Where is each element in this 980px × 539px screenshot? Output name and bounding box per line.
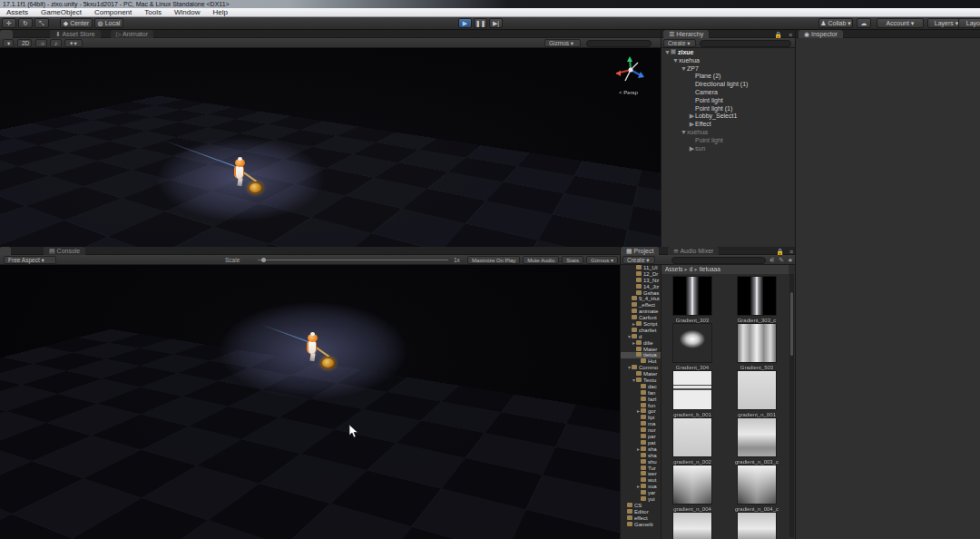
scale-slider-knob[interactable]	[261, 258, 266, 262]
hierarchy-item[interactable]: Point light	[662, 137, 795, 145]
project-folder-item[interactable]: 12_Dr	[621, 271, 661, 278]
project-folder-item[interactable]: Editor	[621, 509, 661, 515]
filter-type-icon[interactable]: ⚟	[769, 256, 775, 264]
project-folder-item[interactable]: Tur	[621, 466, 661, 472]
project-scrollbar-handle[interactable]	[790, 292, 793, 356]
hierarchy-item[interactable]: ▶Lobby_Select1	[662, 113, 795, 121]
project-folder-item[interactable]: ma	[621, 421, 661, 427]
hierarchy-item[interactable]: Plane (2)	[662, 73, 795, 81]
project-create-button[interactable]: Create ▾	[622, 256, 655, 264]
layout-dropdown[interactable]: Layout ▾	[958, 18, 980, 28]
scene-orientation-gizmo[interactable]	[610, 54, 652, 90]
asset-item[interactable]: gradient_n_002	[664, 417, 720, 465]
breadcrumb-assets[interactable]: Assets	[665, 266, 683, 272]
asset-thumbnail[interactable]	[737, 512, 777, 539]
asset-item[interactable]: Gradient_503	[729, 323, 785, 370]
scene-effects-dropdown[interactable]: ✦▾	[64, 39, 83, 47]
project-folder-item[interactable]: ▸sha	[621, 446, 661, 453]
project-folder-item[interactable]: ▸gor	[621, 408, 661, 415]
project-folder-item[interactable]: Hut	[621, 358, 661, 365]
move-tool-button[interactable]: ✛	[2, 18, 16, 28]
pause-button[interactable]: ❚❚	[474, 18, 487, 28]
project-folder-item[interactable]: ▾d	[621, 334, 661, 340]
project-scrollbar[interactable]	[789, 274, 794, 537]
project-folder-item[interactable]: Mater	[621, 347, 661, 353]
scene-audio-toggle[interactable]: ♪	[50, 39, 62, 47]
render-mode-dropdown[interactable]: ▾	[3, 39, 14, 47]
project-folder-item[interactable]: 9_4_Hut	[621, 296, 661, 302]
project-folder-item[interactable]: fun	[621, 403, 661, 409]
project-folder-item[interactable]: ▾Textu	[621, 377, 661, 384]
asset-item[interactable]: Gradient_304	[664, 323, 720, 370]
asset-thumbnail[interactable]	[672, 417, 712, 457]
game-toolbar-maximize-on-play[interactable]: Maximize On Play	[467, 256, 520, 264]
scene-gizmos-dropdown[interactable]: Gizmos ▾	[544, 39, 581, 47]
project-folder-item[interactable]: Mater	[621, 371, 661, 377]
project-folder-item[interactable]: ▸Script	[621, 321, 661, 328]
expand-arrow-icon[interactable]: ▶	[689, 121, 695, 129]
menu-window[interactable]: Window	[168, 8, 206, 16]
project-folder-item[interactable]: 13_Nz	[621, 278, 661, 284]
asset-item[interactable]: gradient_b_001	[664, 370, 720, 417]
tab-audio-mixer[interactable]: ≋ Audio Mixer	[668, 247, 719, 255]
step-button[interactable]: ▶|	[489, 18, 503, 28]
project-folder-item[interactable]: lipi	[621, 415, 661, 421]
tab-asset-store[interactable]: ⬇ Asset Store	[50, 30, 101, 38]
pivot-local-button[interactable]: ◍ Local	[94, 18, 123, 28]
menu-tools[interactable]: Tools	[138, 8, 168, 16]
asset-item[interactable]: gradient_n_001	[729, 370, 785, 417]
project-folder-item[interactable]: ▸dilie	[621, 340, 661, 347]
project-folder-item[interactable]: ▾Commo	[621, 365, 661, 371]
window-titlebar[interactable]: 17.1.1f1 (64bit) - zixo.unity - 5kxu1d20…	[0, 0, 980, 8]
collab-dropdown[interactable]: ♟ Collab ▾	[818, 18, 853, 28]
expand-arrow-icon[interactable]: ▼	[672, 57, 679, 65]
scale-slider[interactable]	[258, 260, 448, 260]
scene-2d-toggle[interactable]: 2D	[17, 39, 32, 47]
hierarchy-item[interactable]: ▶Effect	[662, 121, 795, 129]
asset-item[interactable]: gradient_n_004_c	[729, 465, 785, 512]
scene-search-input[interactable]	[586, 40, 652, 47]
project-folder-item[interactable]: wer	[621, 471, 661, 477]
project-folder-item[interactable]: fazl	[621, 397, 661, 403]
account-dropdown[interactable]: Account ▾	[877, 18, 924, 28]
pivot-center-button[interactable]: ◆ Center	[60, 18, 93, 28]
tab-inspector[interactable]: ◉ Inspector	[799, 30, 843, 38]
expand-arrow-icon[interactable]: ▼	[681, 65, 687, 74]
project-folder-item[interactable]: shu	[621, 459, 661, 466]
project-folder-item[interactable]: Gshas	[621, 290, 661, 297]
menu-help[interactable]: Help	[206, 8, 233, 16]
asset-thumbnail[interactable]	[737, 465, 777, 505]
asset-item[interactable]: gradient_n_003_c	[729, 417, 785, 465]
game-toolbar-gizmos[interactable]: Gizmos ▾	[586, 256, 618, 264]
scale-tool-button[interactable]: ⤡	[34, 18, 49, 28]
menu-gameobject[interactable]: GameObject	[34, 8, 88, 16]
asset-item[interactable]	[664, 512, 720, 539]
asset-thumbnail[interactable]	[672, 370, 712, 410]
project-folder-item[interactable]: fan	[621, 390, 661, 397]
asset-thumbnail[interactable]	[672, 465, 712, 505]
asset-thumbnail[interactable]	[737, 417, 777, 457]
asset-thumbnail[interactable]	[672, 276, 712, 316]
expand-arrow-icon[interactable]: ▼	[681, 129, 687, 137]
tab-scene-stub[interactable]	[0, 30, 13, 38]
rotate-tool-button[interactable]: ↻	[18, 18, 33, 28]
tab-project[interactable]: ▦ Project	[621, 247, 659, 255]
scene-viewport[interactable]: < Persp	[0, 48, 661, 247]
project-breadcrumb[interactable]: Assets▸d▸tietuaaa	[662, 265, 789, 274]
project-folder-item[interactable]: animate	[621, 309, 661, 315]
tab-hierarchy[interactable]: ☰ Hierarchy	[663, 30, 709, 38]
scene-character[interactable]	[215, 148, 266, 199]
project-folder-item[interactable]: ▸xua	[621, 484, 661, 490]
tab-game-stub[interactable]	[0, 247, 11, 255]
expand-arrow-icon[interactable]: ▶	[689, 145, 695, 153]
asset-thumbnail[interactable]	[737, 370, 777, 410]
project-folder-item[interactable]: par	[621, 434, 661, 440]
filter-label-icon[interactable]: ✎	[779, 256, 784, 264]
game-toolbar-mute-audio[interactable]: Mute Audio	[523, 256, 559, 264]
project-folder-item[interactable]: Carfont	[621, 315, 661, 321]
asset-item[interactable]	[729, 512, 785, 539]
game-toolbar-stats[interactable]: Stats	[562, 256, 583, 264]
hierarchy-item[interactable]: Camera	[662, 89, 795, 97]
project-folder-item[interactable]: dac	[621, 384, 661, 390]
project-folder-item[interactable]: _effect	[621, 302, 661, 309]
